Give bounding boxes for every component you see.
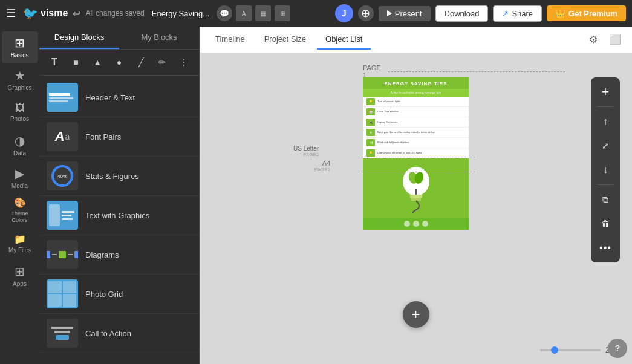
- toolbar-divider-2: [597, 184, 614, 185]
- circle-icon[interactable]: ●: [110, 53, 128, 71]
- triangle-icon[interactable]: ▲: [88, 53, 106, 71]
- data-icon: ◑: [15, 134, 25, 148]
- project-name[interactable]: Energy Saving...: [152, 9, 209, 18]
- share-button[interactable]: ↗ Share: [493, 5, 542, 22]
- undo-icon[interactable]: ↩: [73, 8, 80, 19]
- slide-item-text-2: Close Your Window: [377, 110, 399, 113]
- more-options-button[interactable]: •••: [595, 237, 616, 259]
- menu-icon[interactable]: ☰: [6, 7, 16, 20]
- zoom-slider-thumb[interactable]: [551, 346, 558, 354]
- slide-item-3: 🔌 Unplug Electronics: [363, 117, 469, 128]
- a4-text: A4: [322, 160, 330, 167]
- slide-item-icon-3: 🔌: [366, 119, 375, 126]
- tab-project-size[interactable]: Project Size: [256, 30, 314, 50]
- slide-header: ENERGY SAVING TIPS: [363, 77, 469, 89]
- sidebar-item-graphics[interactable]: ★ Graphics: [2, 64, 38, 96]
- text-icon[interactable]: T: [45, 53, 64, 71]
- add-element-button[interactable]: +: [595, 81, 616, 103]
- help-button[interactable]: ?: [608, 339, 627, 358]
- sidebar-item-photos[interactable]: 🖼 Photos: [2, 97, 38, 128]
- sidebar-item-basics[interactable]: ⊞ Basics: [2, 31, 38, 63]
- zoom-slider[interactable]: [540, 349, 601, 351]
- sidebar-label-photos: Photos: [10, 115, 29, 122]
- canvas-viewport[interactable]: PAGE 1 ENERGY SAVING TIPS A few househol…: [200, 53, 632, 364]
- sidebar-item-apps[interactable]: ⊞ Apps: [2, 260, 38, 291]
- sidebar-label-theme-colors: Theme Colors: [4, 210, 36, 224]
- tab-timeline[interactable]: Timeline: [207, 30, 253, 50]
- block-label-font-pairs: Font Pairs: [85, 132, 121, 141]
- share-icon: ↗: [502, 9, 509, 18]
- premium-button[interactable]: 👑 Get Premium: [547, 5, 626, 21]
- block-item-text-graphics[interactable]: Text with Graphics: [39, 196, 199, 235]
- thumb-text-line-1: [62, 211, 74, 213]
- square-icon[interactable]: ■: [67, 53, 85, 71]
- delete-button[interactable]: 🗑: [595, 213, 616, 235]
- add-page-button[interactable]: +: [403, 301, 429, 328]
- tab-design-blocks[interactable]: Design Blocks: [39, 27, 119, 49]
- sidebar-label-my-files: My Files: [8, 247, 31, 253]
- move-down-button[interactable]: ↓: [595, 159, 616, 181]
- footer-dot-2: [413, 221, 419, 227]
- thumb-header-text-visual: [47, 83, 78, 112]
- sidebar-item-my-files[interactable]: 📁 My Files: [2, 227, 38, 259]
- apps-icon: ⊞: [15, 264, 25, 279]
- slide-footer: [363, 218, 469, 230]
- slide-item-2: 🪟 Close Your Window: [363, 107, 469, 117]
- thumb-diag-box3: [74, 251, 78, 258]
- sidebar-label-basics: Basics: [11, 52, 28, 59]
- graphics-icon: ★: [15, 68, 25, 83]
- slide-graphic-section: [363, 158, 469, 218]
- more-tools-icon[interactable]: ⋮: [175, 53, 193, 71]
- block-item-stats[interactable]: 40% Stats & Figures: [39, 157, 199, 196]
- grid-icon[interactable]: ⊞: [275, 5, 290, 21]
- block-item-diagrams[interactable]: Diagrams: [39, 235, 199, 275]
- toolbar-divider-1: [597, 106, 614, 107]
- us-letter-subtext: PAGE2: [303, 152, 319, 157]
- layout-icon[interactable]: ▦: [255, 5, 271, 21]
- logo: 🐦 visme: [23, 6, 68, 21]
- slide-item-icon-2: 🪟: [366, 108, 375, 115]
- block-thumb-font-pairs: A a: [47, 122, 78, 151]
- user-avatar[interactable]: J: [335, 4, 353, 22]
- sidebar-label-media: Media: [11, 183, 28, 189]
- a4-dash: [358, 172, 475, 172]
- thumb-text-line-2: [62, 215, 71, 216]
- slide-item-text-1: Turn off unused lights: [377, 100, 400, 103]
- blocks-list: Header & Text A a Font Pairs 40%: [39, 76, 199, 364]
- text-format-icon[interactable]: A: [236, 5, 252, 21]
- slide[interactable]: ENERGY SAVING TIPS A few households ener…: [363, 77, 469, 230]
- sidebar-item-theme-colors[interactable]: 🎨 Theme Colors: [2, 195, 38, 226]
- play-icon: [387, 10, 392, 16]
- block-item-font-pairs[interactable]: A a Font Pairs: [39, 117, 199, 157]
- thumb-diag-box2: [59, 251, 66, 258]
- resize-button[interactable]: ⤢: [595, 135, 616, 157]
- line-icon[interactable]: ╱: [132, 53, 150, 71]
- block-thumb-header-text: [47, 83, 78, 112]
- footer-dot-1: [404, 221, 410, 227]
- pen-icon[interactable]: ✏: [154, 53, 172, 71]
- block-label-header-text: Header & Text: [85, 93, 135, 102]
- present-button[interactable]: Present: [379, 6, 431, 21]
- block-item-header-text[interactable]: Header & Text: [39, 78, 199, 117]
- copy-button[interactable]: ⧉: [595, 189, 616, 210]
- tab-object-list[interactable]: Object List: [317, 30, 371, 50]
- add-collaborator-button[interactable]: ⊕: [358, 5, 374, 21]
- block-item-photo-grid[interactable]: Photo Grid: [39, 275, 199, 314]
- us-letter-text: US Letter: [293, 145, 319, 152]
- canvas-area: Timeline Project Size Object List ⚙ ⬜ PA…: [200, 27, 632, 364]
- view-icon[interactable]: ⬜: [605, 30, 625, 50]
- download-button[interactable]: Download: [435, 5, 489, 22]
- tab-my-blocks[interactable]: My Blocks: [119, 27, 199, 49]
- slide-item-icon-1: 💡: [366, 98, 375, 105]
- settings-icon[interactable]: ⚙: [584, 30, 603, 50]
- thumb-aa-small: a: [65, 132, 70, 141]
- saved-status: All changes saved: [85, 9, 144, 18]
- block-thumb-cta: [47, 319, 78, 348]
- block-item-cta[interactable]: Call to Action: [39, 314, 199, 353]
- sidebar-item-media[interactable]: ▶ Media: [2, 162, 38, 193]
- move-up-button[interactable]: ↑: [595, 111, 616, 132]
- slide-item-5: 🍽 Wash only full loads of dishes: [363, 138, 469, 148]
- block-thumb-photo-grid: [47, 279, 78, 308]
- sidebar-item-data[interactable]: ◑ Data: [2, 129, 38, 161]
- comment-icon[interactable]: 💬: [217, 5, 232, 21]
